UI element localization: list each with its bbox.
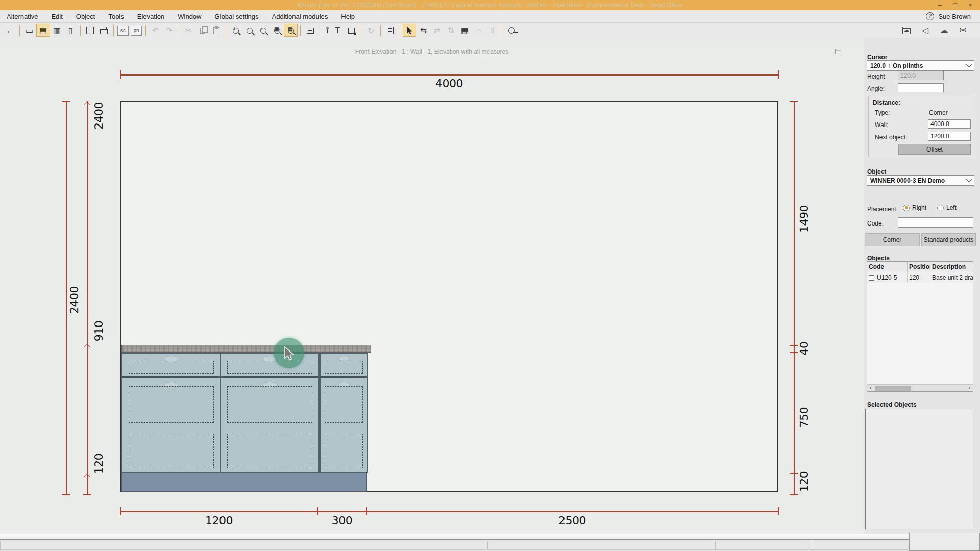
viewport-collapse-icon[interactable] (835, 49, 842, 54)
zoom-all-button[interactable]: ▫ (256, 24, 270, 37)
redo-button[interactable]: ↷ (162, 24, 176, 37)
door-panel-outline (129, 386, 214, 423)
radio-icon (903, 205, 910, 211)
drawing-canvas[interactable]: Front Elevation - 1 : Wall - 1, Elevatio… (0, 38, 864, 534)
wall-distance-field[interactable] (928, 119, 971, 129)
perspective-view-button[interactable]: ▯ (64, 24, 78, 37)
cloud-chat-button[interactable]: ☁ (937, 24, 951, 37)
back-button[interactable]: ← (3, 24, 17, 37)
base-unit-door-left[interactable] (121, 353, 221, 473)
scroll-left-icon[interactable]: ‹ (867, 385, 874, 391)
menu-edit[interactable]: Edit (44, 11, 69, 22)
code-field[interactable] (898, 217, 973, 228)
object-catalog-dropdown[interactable]: WINNER 0000-3 EN Demo (867, 175, 974, 186)
print-button[interactable] (97, 24, 111, 37)
front-elevation-button[interactable]: ▤ (36, 24, 50, 37)
menu-additional-modules[interactable]: Additional modules (265, 11, 335, 22)
calculator-button[interactable] (383, 24, 397, 37)
height-field[interactable] (898, 71, 944, 80)
status-segment (810, 541, 908, 550)
dim-bottom-3: 2500 (558, 514, 586, 527)
menu-window[interactable]: Window (171, 11, 208, 22)
minimize-button[interactable]: – (932, 0, 947, 10)
cursor-height-value: 120.0 (870, 62, 886, 69)
copy-icon (200, 28, 205, 34)
cut-button[interactable]: ✂ (182, 24, 195, 37)
grid-button[interactable]: ▦ (458, 24, 472, 37)
paste-button[interactable] (209, 24, 223, 37)
menu-elevation[interactable]: Elevation (131, 11, 171, 22)
canvas-hscrollbar[interactable] (0, 534, 909, 540)
standard-products-button[interactable]: Standard products (921, 233, 976, 246)
move-object-button[interactable]: ⇆ (416, 24, 430, 37)
scroll-right-icon[interactable]: › (966, 385, 973, 391)
sc-button[interactable]: sc (117, 26, 129, 36)
dim-left-low: 120 (92, 454, 105, 474)
select-tool-button[interactable] (403, 24, 416, 37)
type-label: Type: (875, 109, 890, 116)
dimension-line (120, 74, 778, 76)
swap-object-button[interactable]: ⇄ (430, 24, 444, 37)
plan-view-button[interactable]: ▭ (22, 24, 36, 37)
next-object-label: Next object: (875, 134, 907, 141)
stamp-button[interactable] (345, 24, 358, 37)
maximize-button[interactable]: □ (947, 0, 963, 10)
placement-left-radio[interactable]: Left (937, 204, 957, 211)
corner-button[interactable]: Corner (865, 233, 920, 246)
cursor-mode-dropdown[interactable]: 120.0 ↑ On plinths (867, 60, 974, 71)
drawer-front[interactable] (122, 354, 220, 378)
help-icon[interactable]: ? (926, 12, 934, 20)
menu-alternative[interactable]: Alternative (0, 11, 44, 22)
user-name[interactable]: Sue Brown (938, 13, 971, 20)
objects-hscrollbar[interactable]: ‹ › (867, 384, 973, 391)
text-tool-button[interactable]: T (331, 24, 345, 37)
next-object-field[interactable] (928, 132, 971, 141)
bottom-right-panel (909, 533, 980, 551)
menu-object[interactable]: Object (69, 11, 102, 22)
scrollbar-thumb[interactable] (875, 386, 911, 391)
angle-field[interactable] (898, 83, 944, 92)
plinth[interactable] (121, 473, 367, 492)
flip-object-button[interactable]: ⇅ (444, 24, 458, 37)
walls-button[interactable]: ‖ (485, 24, 499, 37)
zoom-out-button[interactable]: − (242, 24, 256, 37)
placement-left-label: Left (946, 204, 957, 211)
base-unit-door-narrow[interactable] (320, 353, 368, 473)
offset-button[interactable]: Offset (898, 144, 971, 155)
menu-global-settings[interactable]: Global settings (208, 11, 265, 22)
measure-tool-button[interactable] (505, 24, 519, 37)
row-checkbox[interactable] (869, 275, 874, 281)
save-button[interactable] (83, 24, 97, 37)
drawer-front[interactable] (321, 354, 367, 378)
measurements-button[interactable] (303, 24, 317, 37)
placement-right-label: Right (912, 204, 926, 211)
menu-help[interactable]: Help (334, 11, 361, 22)
mail-button[interactable]: ✉ (956, 24, 970, 37)
floppy-icon (86, 27, 94, 34)
dim-left-top: 2400 (92, 102, 105, 130)
dim-left-mid: 910 (92, 321, 105, 342)
zoom-object-button[interactable]: ▤ (284, 24, 298, 37)
menu-tools[interactable]: Tools (102, 11, 130, 22)
annotation-button[interactable] (317, 24, 331, 37)
cabinet-door[interactable] (221, 379, 318, 472)
table-row[interactable]: U120-5 120 Base unit 2 drawer (867, 272, 973, 283)
drawer-front[interactable] (221, 354, 318, 378)
zoom-in-button[interactable]: + (229, 24, 242, 37)
cabinet-door[interactable] (321, 379, 367, 472)
cabinet-door[interactable] (122, 379, 220, 472)
close-button[interactable]: × (963, 0, 978, 10)
side-elevation-button[interactable]: ▥ (50, 24, 64, 37)
archive-button[interactable] (899, 24, 913, 37)
placement-right-radio[interactable]: Right (903, 204, 926, 211)
announce-button[interactable]: ◁ (918, 24, 932, 37)
selected-objects-list[interactable] (865, 409, 973, 529)
zoom-window-button[interactable]: ▣ (270, 24, 284, 37)
copy-button[interactable] (195, 24, 209, 37)
rotate-button[interactable]: ↻ (364, 24, 378, 37)
undo-button[interactable]: ↶ (149, 24, 162, 37)
base-unit-door-middle[interactable] (220, 353, 320, 473)
pn-button[interactable]: pn (131, 26, 142, 36)
worktop[interactable] (121, 345, 371, 353)
roof-button[interactable]: ⌂ (472, 24, 485, 37)
